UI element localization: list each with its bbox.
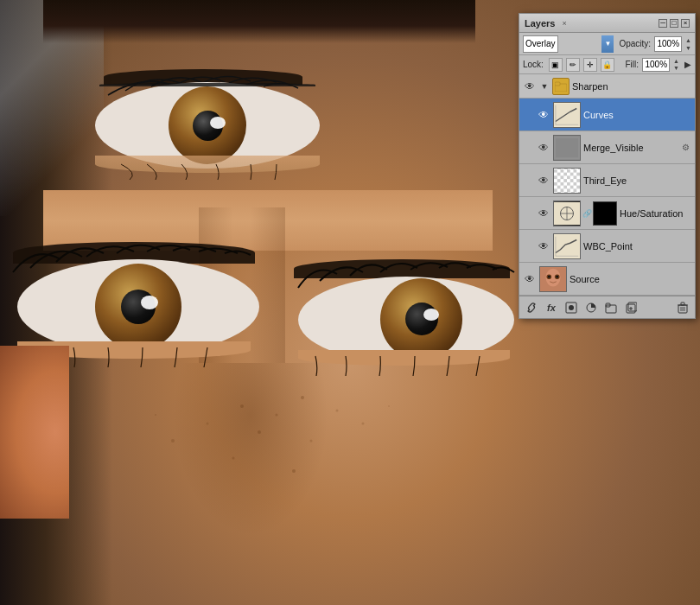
- panel-close-button[interactable]: ×: [681, 19, 690, 28]
- add-mask-button[interactable]: [563, 299, 580, 316]
- visibility-merge[interactable]: 👁: [537, 141, 550, 155]
- nose-area: [173, 363, 328, 536]
- wbc-layer-name: WBC_Point: [583, 241, 691, 252]
- delete-layer-button[interactable]: [674, 299, 691, 316]
- panel-tab-indicator: ×: [562, 19, 566, 28]
- svg-rect-14: [555, 82, 560, 86]
- source-layer-name: Source: [570, 274, 691, 284]
- panel-maximize-button[interactable]: □: [670, 19, 678, 28]
- visibility-hue-sat[interactable]: 👁: [537, 207, 550, 220]
- layer-wbc-point[interactable]: 👁 WBC_Point: [519, 230, 695, 263]
- layer-sharpen-group[interactable]: 👁 ▼ Sharpen: [519, 74, 695, 99]
- blend-opacity-row: Overlay Normal Multiply Screen ▼ Opacity…: [519, 33, 695, 55]
- link-layers-button[interactable]: [523, 299, 540, 316]
- fill-input[interactable]: [642, 58, 670, 72]
- hue-sat-link-icon: 🔗: [583, 207, 590, 220]
- layer-fx-button[interactable]: fx: [543, 299, 560, 316]
- merge-layer-name: Merge_Visible: [583, 143, 677, 153]
- lock-position-button[interactable]: ✛: [583, 58, 597, 72]
- merge-thumbnail: [553, 135, 581, 161]
- eye-icon-wbc: 👁: [538, 240, 549, 252]
- curves-layer-name: Curves: [583, 110, 691, 120]
- merge-extra-icon: ⚙: [679, 142, 691, 154]
- lock-label: Lock:: [523, 60, 544, 69]
- curves-thumbnail: [553, 102, 581, 128]
- third-eye: [86, 69, 328, 182]
- lock-transparent-button[interactable]: ▣: [549, 58, 563, 72]
- group-folder-icon: [552, 78, 570, 95]
- fill-right-arrow[interactable]: ▶: [684, 60, 691, 69]
- left-ear: [0, 346, 69, 519]
- layer-merge-visible[interactable]: 👁 Merge_Visible ⚙: [519, 131, 695, 164]
- lock-image-button[interactable]: ✏: [566, 58, 580, 72]
- visibility-source[interactable]: 👁: [523, 272, 537, 286]
- svg-rect-19: [556, 137, 578, 157]
- blend-mode-select[interactable]: Overlay Normal Multiply Screen: [523, 35, 558, 53]
- layer-third-eye[interactable]: 👁 Third_Eye: [519, 164, 695, 197]
- fill-stepper[interactable]: ▲▼: [673, 58, 679, 72]
- eye-icon-source: 👁: [525, 273, 535, 285]
- panel-title-area: Layers ×: [525, 18, 567, 29]
- panel-minimize-button[interactable]: ─: [659, 19, 667, 28]
- third-eye-thumbnail: [553, 168, 581, 194]
- eye-icon-curves: 👁: [538, 109, 549, 121]
- fx-label: fx: [547, 302, 556, 313]
- lock-row: Lock: ▣ ✏ ✛ 🔒 Fill: ▲▼ ▶: [519, 55, 695, 74]
- visibility-sharpen[interactable]: 👁: [523, 80, 537, 93]
- opacity-input[interactable]: [654, 36, 682, 52]
- expand-arrow-sharpen[interactable]: ▼: [539, 81, 550, 92]
- hair-top: [43, 0, 475, 43]
- layer-source[interactable]: 👁 Source: [519, 263, 695, 296]
- hue-sat-thumbnail: [553, 201, 581, 226]
- new-group-button[interactable]: [602, 299, 620, 316]
- visibility-curves[interactable]: 👁: [537, 108, 550, 122]
- panel-titlebar: Layers × ─ □ ×: [519, 14, 695, 33]
- svg-rect-29: [554, 234, 580, 257]
- svg-rect-49: [681, 302, 684, 305]
- layer-curves[interactable]: 👁 Curves: [519, 99, 695, 131]
- svg-rect-15: [554, 103, 580, 125]
- eye-icon-third-eye: 👁: [538, 175, 549, 187]
- new-adjustment-button[interactable]: [582, 299, 600, 316]
- blend-mode-wrapper: Overlay Normal Multiply Screen ▼: [523, 35, 615, 53]
- layer-hue-saturation[interactable]: 👁 🔗 Hue/Saturation: [519, 197, 695, 230]
- panel-window-controls: ─ □ ×: [659, 19, 690, 28]
- opacity-stepper[interactable]: ▲▼: [685, 36, 691, 52]
- svg-rect-41: [606, 305, 616, 313]
- layers-panel: Layers × ─ □ × Overlay Normal Multiply S…: [519, 13, 696, 319]
- panel-title: Layers: [525, 18, 555, 29]
- wbc-thumbnail: [553, 233, 581, 259]
- svg-point-37: [556, 275, 558, 277]
- opacity-label: Opacity:: [619, 39, 651, 48]
- source-thumbnail: [539, 266, 567, 292]
- lock-all-button[interactable]: 🔒: [601, 58, 614, 72]
- third-eye-layer-name: Third_Eye: [583, 175, 691, 186]
- eye-br-highlight: [423, 309, 439, 321]
- eye-icon-hue-sat: 👁: [538, 207, 549, 220]
- svg-point-36: [548, 275, 550, 277]
- layer-sharpen-name: Sharpen: [572, 81, 691, 92]
- eye-icon-merge: 👁: [538, 142, 549, 154]
- svg-point-39: [569, 305, 574, 310]
- visibility-third-eye[interactable]: 👁: [537, 174, 550, 188]
- hue-sat-mask: [593, 201, 617, 226]
- svg-rect-24: [554, 169, 580, 191]
- hue-sat-layer-name: Hue/Saturation: [620, 208, 691, 219]
- panel-bottom-toolbar: fx: [519, 296, 695, 318]
- layers-list: 👁 ▼ Sharpen 👁: [519, 74, 695, 296]
- fill-label: Fill:: [626, 60, 640, 69]
- eye-bottom-right: [294, 259, 519, 380]
- visibility-wbc[interactable]: 👁: [537, 239, 550, 253]
- eye-bl-highlight: [141, 296, 158, 309]
- new-layer-button[interactable]: [622, 299, 640, 316]
- eye-top-highlight: [210, 117, 226, 129]
- eye-icon-sharpen: 👁: [525, 80, 535, 92]
- blend-mode-arrow: ▼: [601, 35, 614, 53]
